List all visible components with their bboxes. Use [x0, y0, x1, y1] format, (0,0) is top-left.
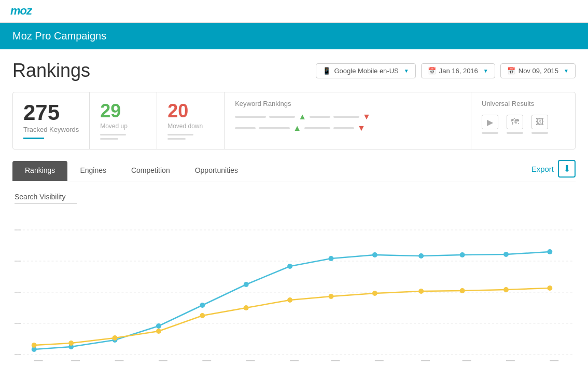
calendar-icon-2: 📅	[507, 67, 515, 75]
tabs-left: Rankings Engines Competition Opportuniti…	[12, 161, 250, 181]
kw-row-1: ▲ ▼	[235, 113, 460, 121]
yellow-dot-5	[244, 305, 249, 310]
date2-filter-button[interactable]: 📅 Nov 09, 2015 ▼	[500, 63, 576, 78]
arrow-up-2: ▲	[293, 124, 301, 132]
stat-line-2	[100, 138, 118, 140]
kw-bar-2d	[333, 127, 354, 129]
blue-dot-7	[329, 256, 334, 261]
keyword-rankings-rows: ▲ ▼ ▲ ▼	[235, 113, 460, 132]
yellow-dot-9	[418, 289, 424, 294]
tab-rankings[interactable]: Rankings	[12, 161, 67, 181]
stat-line-3	[167, 134, 193, 135]
arrow-down-1: ▼	[362, 113, 371, 121]
blue-dot-3	[156, 323, 161, 329]
map-icon: 🗺	[507, 115, 523, 129]
moved-down-label: Moved down	[167, 123, 214, 130]
header-bar: Moz Pro Campaigns	[0, 23, 588, 49]
blue-dot-9	[418, 253, 424, 259]
chart-container	[15, 209, 573, 365]
moved-down-lines	[167, 134, 214, 140]
chart-svg	[15, 209, 573, 365]
blue-dot-11	[503, 252, 509, 257]
moved-down-stat: 20 Moved down	[157, 92, 225, 149]
yellow-dot-8	[372, 291, 377, 296]
yellow-dot-4	[200, 313, 205, 318]
universal-results-icons: ▶ 🗺 🖼	[482, 115, 565, 134]
tracked-keywords-number: 275	[23, 102, 79, 124]
chart-section: Search Visibility	[12, 193, 576, 365]
u-bar-2	[507, 132, 523, 134]
calendar-icon-1: 📅	[428, 67, 436, 75]
rankings-title-row: Rankings 📱 Google Mobile en-US ▼ 📅 Jan 1…	[12, 60, 576, 81]
date2-dropdown-arrow: ▼	[564, 68, 569, 74]
main-content: Rankings 📱 Google Mobile en-US ▼ 📅 Jan 1…	[0, 49, 588, 367]
kw-bar-1d	[333, 116, 359, 118]
yellow-dot-12	[547, 286, 552, 291]
top-nav: moz	[0, 0, 588, 23]
tab-opportunities[interactable]: Opportunities	[183, 161, 250, 181]
u-bar-1	[482, 132, 498, 134]
date1-dropdown-arrow: ▼	[483, 68, 488, 74]
tracked-keywords-underline	[23, 138, 44, 139]
moved-up-lines	[100, 134, 146, 140]
yellow-dot-7	[329, 294, 334, 299]
engine-filter-label: Google Mobile en-US	[334, 67, 398, 75]
kw-bar-2b	[259, 127, 290, 129]
image-icon: 🖼	[531, 115, 548, 129]
blue-dot-4	[200, 303, 205, 308]
universal-results-block: Universal Results ▶ 🗺 🖼	[471, 92, 575, 149]
yellow-dot-3	[156, 329, 161, 334]
keyword-rankings-title: Keyword Rankings	[235, 100, 460, 107]
page-header-title: Moz Pro Campaigns	[12, 30, 576, 42]
u-bar-3	[531, 132, 548, 134]
tab-competition[interactable]: Competition	[119, 161, 183, 181]
arrow-up-1: ▲	[298, 113, 306, 121]
export-label: Export	[531, 165, 554, 173]
blue-dot-5	[244, 282, 249, 287]
export-icon: ⬇	[558, 160, 576, 178]
moved-up-number: 29	[100, 102, 146, 120]
tracked-keywords-stat: 275 Tracked Keywords	[13, 92, 90, 149]
kw-bar-2c	[304, 127, 330, 129]
blue-dot-12	[547, 249, 552, 254]
date1-filter-button[interactable]: 📅 Jan 16, 2016 ▼	[421, 63, 495, 78]
keyword-rankings-block: Keyword Rankings ▲ ▼ ▲ ▼	[225, 92, 471, 149]
date1-filter-label: Jan 16, 2016	[439, 67, 478, 75]
kw-bar-1b	[269, 116, 295, 118]
universal-results-title: Universal Results	[482, 100, 565, 107]
blue-dot-8	[372, 252, 377, 257]
moz-logo: moz	[10, 4, 32, 18]
date2-filter-label: Nov 09, 2015	[519, 67, 558, 75]
tabs-row: Rankings Engines Competition Opportuniti…	[12, 160, 576, 182]
kw-bar-1c	[310, 116, 330, 118]
yellow-dot-2	[113, 335, 118, 341]
yellow-dot-11	[503, 287, 509, 292]
yellow-dot-0	[32, 343, 37, 348]
yellow-dot-10	[460, 288, 465, 293]
stat-line-1	[100, 134, 126, 135]
engine-dropdown-arrow: ▼	[404, 68, 409, 74]
blue-dot-10	[460, 252, 465, 257]
video-icon: ▶	[482, 115, 498, 129]
yellow-dot-1	[68, 341, 74, 346]
kw-bar-2a	[235, 127, 256, 129]
moved-down-number: 20	[167, 102, 214, 120]
mobile-icon: 📱	[323, 67, 331, 75]
kw-row-2: ▲ ▼	[235, 124, 460, 132]
kw-bar-1a	[235, 116, 266, 118]
tracked-keywords-label: Tracked Keywords	[23, 126, 79, 133]
chart-title-underline	[15, 203, 77, 204]
page-title: Rankings	[12, 60, 90, 81]
chart-title: Search Visibility	[15, 193, 573, 201]
tab-engines[interactable]: Engines	[67, 161, 119, 181]
export-button[interactable]: Export ⬇	[531, 160, 576, 182]
filter-controls: 📱 Google Mobile en-US ▼ 📅 Jan 16, 2016 ▼…	[316, 63, 576, 78]
stats-panel: 275 Tracked Keywords 29 Moved up 20 Move…	[12, 92, 576, 149]
stat-line-4	[167, 138, 186, 140]
moved-up-stat: 29 Moved up	[90, 92, 157, 149]
engine-filter-button[interactable]: 📱 Google Mobile en-US ▼	[316, 63, 415, 78]
yellow-dot-6	[287, 297, 292, 303]
arrow-down-2: ▼	[357, 124, 366, 132]
blue-dot-6	[287, 264, 292, 269]
moved-up-label: Moved up	[100, 123, 146, 130]
